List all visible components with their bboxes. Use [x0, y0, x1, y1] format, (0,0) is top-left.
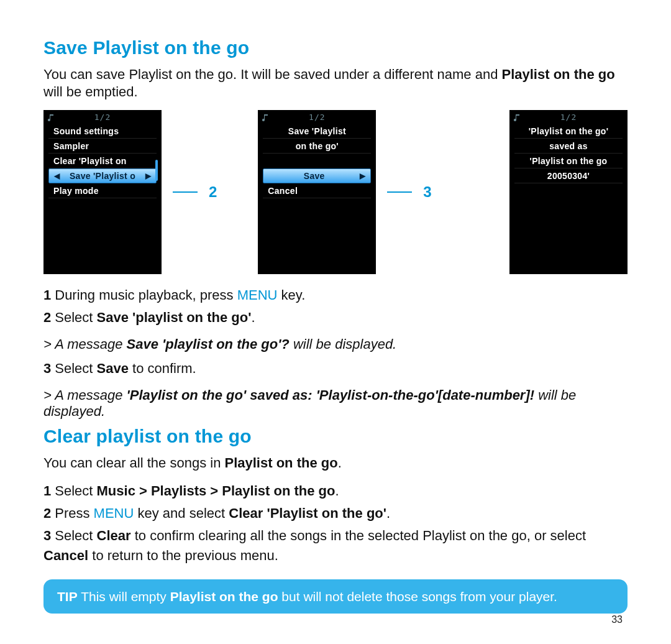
device-statusbar: 1/2	[258, 110, 376, 124]
music-note-icon	[262, 113, 270, 122]
text: Press	[55, 505, 93, 521]
menu-item-selected: ◀ Save 'Playlist o ▶	[48, 168, 157, 183]
device-statusbar: 1/2	[43, 110, 162, 124]
text-bold: Save 'playlist on the go'?	[127, 336, 290, 352]
chevron-right-icon: ▶	[360, 168, 365, 183]
text: A message	[55, 387, 126, 403]
device-screen-3: 1/2 'Playlist on the go' saved as 'Playl…	[509, 110, 628, 274]
dialog-text-line: 20050304'	[514, 168, 623, 183]
text: Select	[55, 361, 96, 376]
page-number: 33	[611, 614, 623, 625]
device-screen-1: 1/2 Sound settings Sampler Clear 'Playli…	[43, 110, 162, 274]
menu-item: Clear 'Playlist on	[48, 154, 157, 168]
steps-save: 1During music playback, press MENU key. …	[43, 285, 628, 328]
text: Select	[55, 528, 96, 543]
text: >	[43, 387, 55, 403]
step-item: 2Select Save 'playlist on the go'.	[43, 308, 628, 328]
text: .	[335, 483, 339, 499]
text: This will empty	[78, 589, 170, 604]
text-bold: Save	[97, 361, 129, 376]
text: >	[43, 336, 55, 352]
section-heading-clear: Clear playlist on the go	[43, 426, 628, 447]
text: but will not delete those songs from you…	[278, 589, 557, 604]
steps-save-cont: 3Select Save to confirm.	[43, 359, 628, 379]
text: .	[251, 310, 255, 325]
result-message: > A message Save 'playlist on the go'? w…	[43, 336, 628, 352]
page-indicator: 1/2	[270, 113, 363, 122]
dialog-title-line: on the go'	[263, 139, 371, 154]
text-bold: Playlist on the go	[225, 455, 338, 471]
dialog-title-line: Save 'Playlist	[263, 124, 371, 139]
intro-save: You can save Playlist on the go. It will…	[43, 66, 628, 100]
menu-key-label: MENU	[94, 505, 134, 521]
callout-number: 3	[423, 183, 431, 201]
menu-item: Sound settings	[48, 124, 157, 139]
chevron-left-icon: ◀	[54, 168, 60, 183]
step-item: 2Press MENU key and select Clear 'Playli…	[43, 504, 628, 523]
text: .	[338, 455, 342, 471]
text: key.	[277, 287, 305, 303]
callout-number: 2	[209, 183, 217, 201]
dialog-text-line: 'Playlist on the go	[514, 154, 623, 168]
text-bold: Save 'playlist on the go'	[97, 310, 252, 325]
scroll-indicator	[155, 160, 158, 181]
section-heading-save: Save Playlist on the go	[43, 37, 628, 58]
menu-key-label: MENU	[237, 287, 278, 303]
device-screens-row: 1/2 Sound settings Sampler Clear 'Playli…	[43, 110, 628, 274]
step-item: 3Select Save to confirm.	[43, 359, 628, 379]
text: .	[386, 505, 390, 521]
text: You can clear all the songs in	[43, 455, 225, 471]
text: Select	[55, 483, 96, 499]
text: During music playback, press	[55, 287, 237, 303]
step-number: 3	[43, 361, 51, 376]
text: A message	[55, 336, 126, 352]
chevron-right-icon: ▶	[145, 168, 151, 183]
device-statusbar: 1/2	[509, 110, 628, 124]
menu-item-label: Save 'Playlist o	[70, 168, 135, 183]
steps-clear: 1Select Music > Playlists > Playlist on …	[43, 481, 628, 566]
tip-label: TIP	[57, 589, 78, 604]
result-message: > A message 'Playlist on the go' saved a…	[43, 387, 628, 420]
text-bold: Playlist on the go	[501, 67, 614, 82]
text: key and select	[134, 505, 229, 521]
step-number: 3	[43, 528, 51, 543]
text: to confirm clearing all the songs in the…	[131, 528, 587, 543]
dialog-text-line: 'Playlist on the go'	[514, 124, 623, 139]
text: will be emptied.	[43, 84, 138, 99]
menu-item-label: Save	[304, 168, 325, 183]
text-bold: Music > Playlists > Playlist on the go	[97, 483, 336, 499]
text-bold: Clear 'Playlist on the go'	[229, 505, 386, 521]
music-note-icon	[513, 113, 522, 122]
menu-item: Sampler	[48, 139, 157, 154]
step-item: 1During music playback, press MENU key.	[43, 285, 628, 305]
step-item: 1Select Music > Playlists > Playlist on …	[43, 481, 628, 501]
text: will be displayed.	[290, 336, 396, 352]
text-bold: Playlist on the go	[170, 589, 278, 604]
text-bold: 'Playlist on the go' saved as: 'Playlist…	[127, 387, 535, 403]
text-bold: Cancel	[43, 548, 88, 563]
callout-line	[387, 191, 412, 193]
text: Select	[55, 310, 96, 325]
music-note-icon	[47, 113, 56, 122]
step-number: 1	[43, 483, 51, 499]
page-indicator: 1/2	[56, 113, 149, 122]
text: to confirm.	[129, 361, 196, 376]
text-bold: Clear	[97, 528, 131, 543]
tip-box: TIP This will empty Playlist on the go b…	[43, 579, 628, 614]
text: to return to the previous menu.	[88, 548, 278, 563]
menu-item: Play mode	[48, 183, 157, 198]
dialog-text-line: saved as	[514, 139, 623, 154]
step-number: 1	[43, 287, 51, 303]
step-number: 2	[43, 505, 51, 521]
callout-line	[173, 191, 198, 193]
text: You can save Playlist on the go. It will…	[43, 67, 501, 82]
step-item: 3Select Clear to confirm clearing all th…	[43, 526, 628, 566]
intro-clear: You can clear all the songs in Playlist …	[43, 454, 628, 472]
menu-item-selected: Save ▶	[263, 168, 371, 183]
menu-item: Cancel	[263, 183, 371, 198]
step-number: 2	[43, 310, 51, 325]
device-screen-2: 1/2 Save 'Playlist on the go' Save ▶ Can…	[258, 110, 376, 274]
page-indicator: 1/2	[522, 113, 615, 122]
